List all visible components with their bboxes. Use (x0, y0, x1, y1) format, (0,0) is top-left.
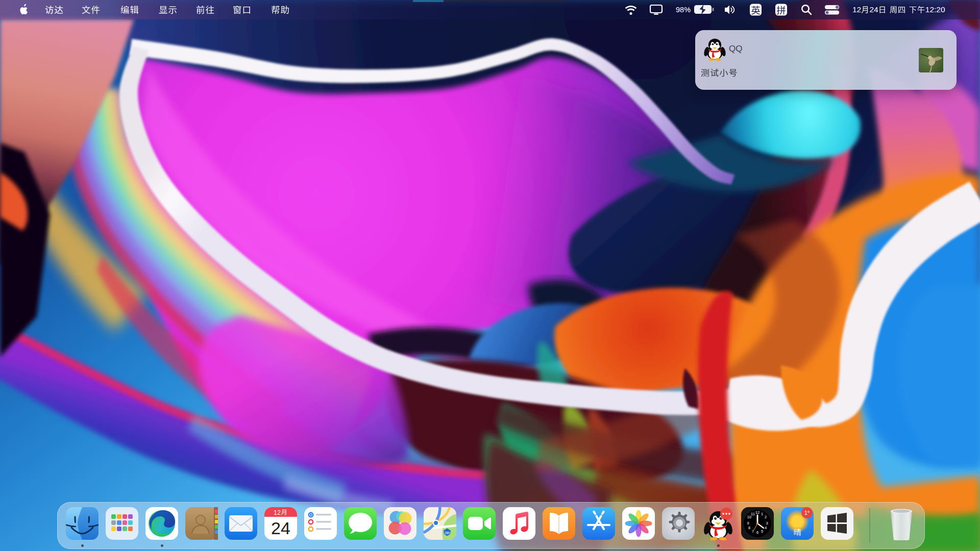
svg-text:12: 12 (852, 5, 861, 14)
svg-text:9: 9 (747, 521, 749, 525)
svg-text:2: 2 (765, 515, 767, 519)
svg-text:12: 12 (755, 510, 760, 515)
svg-text:12: 12 (274, 509, 281, 516)
svg-text:7: 7 (752, 529, 754, 534)
svg-text:280: 280 (445, 531, 450, 535)
svg-text:12:20: 12:20 (925, 5, 945, 14)
svg-text:5: 5 (761, 529, 763, 534)
svg-text:1°: 1° (804, 510, 810, 516)
svg-text:8: 8 (748, 525, 750, 530)
svg-text:6: 6 (756, 530, 758, 535)
svg-text:11: 11 (751, 512, 755, 516)
svg-text:1: 1 (761, 512, 763, 516)
svg-text:3: 3 (766, 521, 768, 525)
svg-text:24: 24 (271, 518, 290, 538)
svg-text:4: 4 (765, 525, 767, 530)
svg-text:QQ: QQ (729, 44, 742, 54)
svg-text:24: 24 (869, 5, 878, 14)
